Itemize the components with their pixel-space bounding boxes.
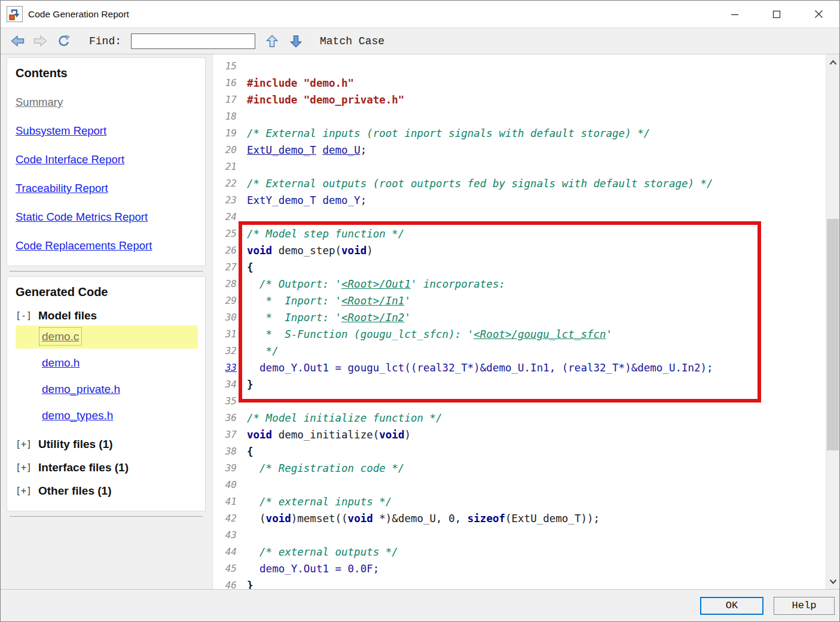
code-line-17: 17#include "demo_private.h" (213, 92, 826, 108)
code-hyperlink[interactable]: <Root>/Out1 (341, 278, 411, 290)
line-number-26: 26 (213, 242, 237, 259)
contents-link-traceability-report[interactable]: Traceability Report (16, 182, 198, 195)
code-line-15: 15 (213, 58, 826, 75)
line-number-29: 29 (213, 292, 237, 309)
line-number-46: 46 (213, 577, 237, 589)
scroll-down-icon[interactable] (826, 574, 839, 589)
code-line-39: 39 /* Registration code */ (213, 460, 826, 477)
code-token: ; (361, 144, 367, 156)
contents-link-static-code-metrics-report[interactable]: Static Code Metrics Report (16, 211, 198, 224)
sidebar: Contents SummarySubsystem ReportCode Int… (1, 54, 213, 589)
match-case-toggle[interactable]: Match Case (320, 35, 384, 47)
code-token: ' incorporates: (411, 278, 505, 290)
ok-button[interactable]: OK (700, 597, 763, 615)
code-line-46: 46} (213, 577, 826, 589)
file-row-demo-types-h: demo_types.h (16, 404, 198, 428)
code-token: * S-Function (gougu_lct_sfcn): ' (247, 328, 474, 340)
scrollbar-thumb[interactable] (827, 219, 839, 450)
code-token: #include "demo.h" (247, 77, 354, 89)
contents-heading: Contents (16, 66, 198, 80)
file-link-demo-c[interactable]: demo.c (42, 330, 79, 343)
expand-marker-icon[interactable]: [+] (16, 462, 38, 473)
code-token: /* Registration code */ (247, 462, 404, 474)
line-number-41: 41 (213, 493, 237, 510)
code-line-24: 24 (213, 209, 826, 225)
file-link-demo-types-h[interactable]: demo_types.h (42, 409, 113, 422)
code-hyperlink[interactable]: <Root>/In2 (341, 312, 404, 324)
back-arrow-icon[interactable] (10, 35, 25, 48)
tree-group-utility-files-1[interactable]: [+]Utility files (1) (16, 438, 198, 451)
tree-group-model-files[interactable]: [-] Model files (16, 309, 198, 322)
code-token: )memset(( (291, 513, 348, 525)
file-link-demo-private-h[interactable]: demo_private.h (42, 383, 120, 395)
expand-marker-icon[interactable]: [+] (16, 486, 38, 496)
code-line-44: 44 /* external outputs */ (213, 544, 826, 560)
collapse-marker-icon[interactable]: [-] (16, 310, 38, 321)
code-token: void (348, 513, 373, 525)
line-number-33[interactable]: 33 (213, 359, 237, 376)
code-line-35: 35 (213, 393, 826, 410)
code-line-23: 23ExtY_demo_T demo_Y; (213, 192, 826, 209)
scroll-up-icon[interactable] (826, 54, 839, 70)
forward-arrow-icon[interactable] (33, 35, 47, 48)
code-line-20: 20ExtU_demo_T demo_U; (213, 142, 826, 158)
line-number-25: 25 (213, 225, 237, 242)
line-number-35: 35 (213, 393, 237, 410)
code-token: /* External outputs (root outports fed b… (247, 178, 713, 190)
code-hyperlink[interactable]: <Root>/gougu_lct_sfcn (474, 328, 606, 340)
code-token: { (247, 446, 253, 458)
code-line-32: 32 */ (213, 343, 826, 359)
line-number-27: 27 (213, 259, 237, 276)
contents-link-summary[interactable]: Summary (16, 96, 198, 109)
code-token: ' (606, 328, 613, 340)
file-link-demo-h[interactable]: demo.h (42, 356, 80, 369)
maximize-icon[interactable] (756, 1, 798, 28)
refresh-icon[interactable] (56, 35, 70, 48)
code-token: #include "demo_private.h" (247, 94, 404, 106)
code-token: ' (404, 295, 411, 307)
line-number-37: 37 (213, 426, 237, 443)
line-number-34: 34 (213, 376, 237, 393)
code-token: * Inport: ' (247, 312, 341, 324)
close-icon[interactable] (798, 1, 839, 28)
main-area: Contents SummarySubsystem ReportCode Int… (1, 54, 839, 589)
find-next-up-icon[interactable] (265, 35, 279, 48)
line-number-24: 24 (213, 209, 237, 225)
find-label: Find: (89, 35, 121, 47)
code-hyperlink[interactable]: <Root>/In1 (341, 295, 404, 307)
help-button[interactable]: Help (774, 597, 835, 615)
minimize-icon[interactable] (714, 1, 756, 28)
code-line-43: 43 (213, 527, 826, 544)
find-toolbar: Find: Match Case (1, 28, 839, 54)
contents-link-code-interface-report[interactable]: Code Interface Report (16, 153, 198, 166)
file-row-demo-private-h: demo_private.h (16, 378, 198, 401)
tree-group-other-files-1[interactable]: [+]Other files (1) (16, 484, 198, 498)
code-line-29: 29 * Inport: '<Root>/In1' (213, 292, 826, 309)
window-controls (714, 1, 839, 28)
code-token: /* Model step function */ (247, 228, 404, 240)
line-number-42: 42 (213, 510, 237, 527)
find-next-down-icon[interactable] (289, 35, 303, 48)
code-line-34: 34} (213, 376, 826, 393)
line-number-30: 30 (213, 309, 237, 326)
model-file-list: demo.cdemo.hdemo_private.hdemo_types.h (16, 325, 198, 428)
contents-link-subsystem-report[interactable]: Subsystem Report (16, 124, 198, 138)
contents-link-code-replacements-report[interactable]: Code Replacements Report (16, 239, 198, 252)
line-number-44: 44 (213, 544, 237, 560)
sidebar-divider (10, 271, 203, 272)
code-hyperlink[interactable]: demo_U (322, 144, 360, 156)
code-line-41: 41 /* external inputs */ (213, 493, 826, 510)
expand-marker-icon[interactable]: [+] (16, 439, 38, 450)
vertical-scrollbar[interactable] (826, 54, 839, 589)
line-number-17: 17 (213, 92, 237, 108)
find-input[interactable] (131, 33, 255, 49)
tree-group-interface-files-1[interactable]: [+]Interface files (1) (16, 461, 198, 474)
code-line-25: 25/* Model step function */ (213, 225, 826, 242)
code-token: ( (247, 513, 266, 525)
code-line-37: 37void demo_initialize(void) (213, 426, 826, 443)
code-line-42: 42 (void)memset((void *)&demo_U, 0, size… (213, 510, 826, 527)
line-number-19: 19 (213, 125, 237, 142)
code-hyperlink[interactable]: ExtU_demo_T (247, 144, 316, 156)
code-line-16: 16#include "demo.h" (213, 75, 826, 92)
code-line-30: 30 * Inport: '<Root>/In2' (213, 309, 826, 326)
